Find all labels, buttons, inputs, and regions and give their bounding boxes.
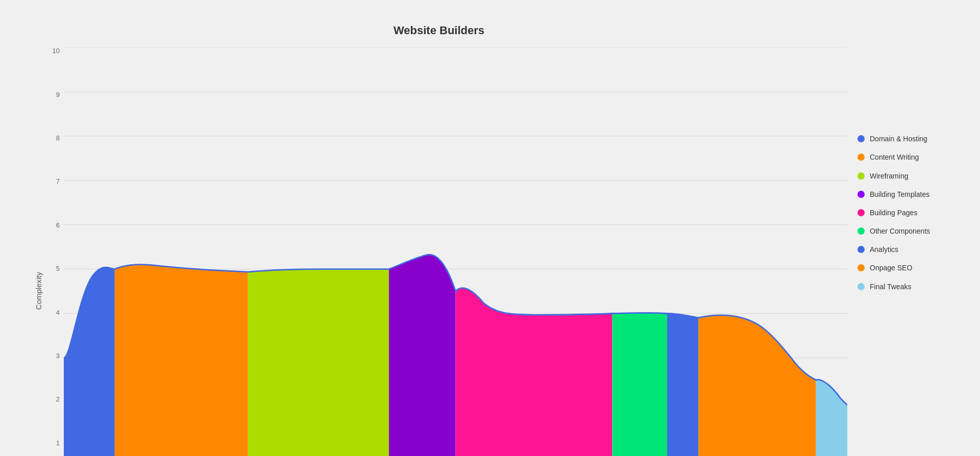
legend-item-3: Building Templates bbox=[857, 190, 949, 199]
segment-building-templates bbox=[389, 255, 455, 456]
legend-item-8: Final Tweaks bbox=[857, 282, 949, 291]
legend-label-0: Domain & Hosting bbox=[870, 134, 927, 143]
segment-content-writing bbox=[115, 265, 248, 456]
main-chart-svg bbox=[64, 47, 847, 456]
segment-analytics bbox=[667, 314, 698, 456]
legend: Domain & HostingContent WritingWireframi… bbox=[847, 134, 949, 322]
legend-label-8: Final Tweaks bbox=[870, 282, 911, 291]
y-tick-8: 8 bbox=[46, 135, 60, 141]
legend-dot-0 bbox=[857, 135, 865, 142]
legend-dot-7 bbox=[857, 264, 865, 271]
legend-dot-4 bbox=[857, 209, 865, 216]
legend-dot-5 bbox=[857, 227, 865, 235]
y-tick-6: 6 bbox=[46, 222, 60, 229]
y-ticks: 012345678910 bbox=[46, 47, 64, 456]
legend-item-4: Building Pages bbox=[857, 208, 949, 217]
legend-label-1: Content Writing bbox=[870, 153, 919, 162]
chart-title: Website Builders bbox=[394, 24, 484, 37]
legend-dot-3 bbox=[857, 191, 865, 198]
legend-dot-2 bbox=[857, 172, 865, 180]
segment-wireframing bbox=[248, 269, 389, 456]
segment-building-pages bbox=[456, 288, 612, 456]
segment-other-components bbox=[612, 313, 667, 456]
legend-dot-1 bbox=[857, 154, 865, 161]
y-tick-7: 7 bbox=[46, 178, 60, 185]
chart-container: Website Builders Complexity 012345678910 bbox=[0, 0, 980, 456]
legend-item-2: Wireframing bbox=[857, 171, 949, 181]
segment-domain bbox=[64, 267, 115, 456]
legend-label-7: Onpage SEO bbox=[870, 263, 912, 272]
legend-item-0: Domain & Hosting bbox=[857, 134, 949, 143]
legend-dot-6 bbox=[857, 246, 865, 253]
chart-plot: 012345678910 bbox=[46, 47, 847, 456]
y-tick-1: 1 bbox=[46, 440, 60, 446]
legend-label-6: Analytics bbox=[870, 245, 898, 254]
chart-area: Website Builders Complexity 012345678910 bbox=[31, 24, 847, 432]
svg-area bbox=[64, 47, 847, 456]
segment-final-tweaks bbox=[816, 379, 847, 456]
legend-dot-8 bbox=[857, 283, 865, 290]
segment-onpage-seo bbox=[698, 315, 816, 456]
legend-label-5: Other Components bbox=[870, 226, 930, 236]
legend-item-7: Onpage SEO bbox=[857, 263, 949, 272]
chart-wrapper: Website Builders Complexity 012345678910 bbox=[31, 24, 949, 432]
y-tick-2: 2 bbox=[46, 396, 60, 402]
y-tick-9: 9 bbox=[46, 91, 60, 98]
plot-area: 012345678910 bbox=[46, 47, 847, 456]
legend-label-2: Wireframing bbox=[870, 171, 908, 181]
legend-label-3: Building Templates bbox=[870, 190, 929, 199]
y-tick-3: 3 bbox=[46, 352, 60, 359]
legend-item-5: Other Components bbox=[857, 226, 949, 236]
legend-label-4: Building Pages bbox=[870, 208, 917, 217]
y-axis-label: Complexity bbox=[31, 47, 46, 456]
y-tick-5: 5 bbox=[46, 265, 60, 272]
legend-item-6: Analytics bbox=[857, 245, 949, 254]
y-tick-4: 4 bbox=[46, 309, 60, 316]
legend-item-1: Content Writing bbox=[857, 153, 949, 162]
chart-inner: Complexity 012345678910 bbox=[31, 47, 847, 456]
y-tick-10: 10 bbox=[46, 47, 60, 54]
